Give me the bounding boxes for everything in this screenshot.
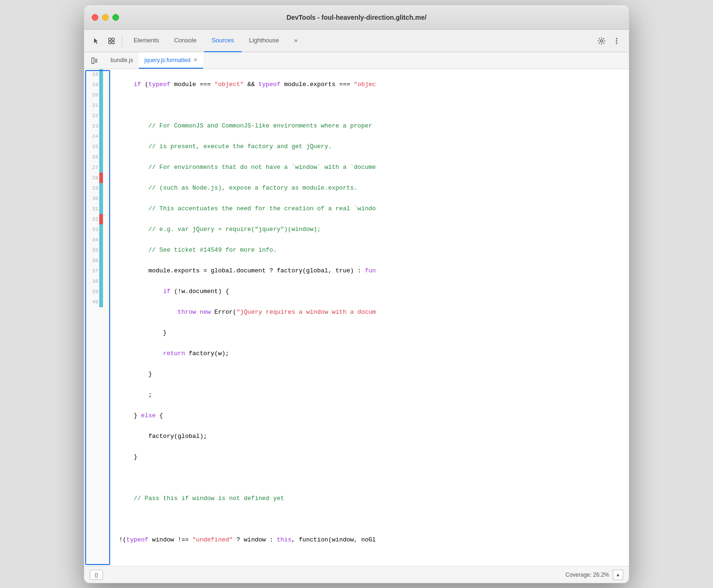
gutter-row-37: 37 <box>86 266 109 276</box>
bottom-right: Coverage: 26.2% ▲ <box>565 570 623 580</box>
toolbar-divider <box>122 35 122 47</box>
code-line-38: // Pass this if window is not defined ye… <box>119 493 621 504</box>
svg-point-4 <box>601 40 603 42</box>
gutter-row-32: 32 <box>86 214 109 224</box>
gutter-row-35: 35 <box>86 245 109 255</box>
traffic-lights <box>92 14 119 21</box>
code-line-22: // For environments that do not have a `… <box>119 162 621 173</box>
gutter-row-19: 19 <box>86 79 109 90</box>
tab-sources[interactable]: Sources <box>204 30 242 52</box>
svg-rect-3 <box>112 41 114 44</box>
file-panel-toggle[interactable] <box>88 52 101 69</box>
code-line-33: ; <box>119 390 621 400</box>
code-line-26: // See ticket #14549 for more info. <box>119 245 621 255</box>
code-line-20: // For CommonJS and CommonJS-like enviro… <box>119 121 621 131</box>
minimize-button[interactable] <box>102 14 109 21</box>
gutter-row-21: 21 <box>86 100 109 111</box>
gutter-row-24: 24 <box>86 131 109 142</box>
tab-more[interactable]: » <box>286 30 305 52</box>
cursor-icon[interactable] <box>90 34 103 48</box>
tab-bar: Elements Console Sources Lighthouse » <box>126 30 593 52</box>
format-button[interactable]: {} <box>90 570 103 580</box>
scroll-up-button[interactable]: ▲ <box>613 570 623 580</box>
code-line-30: } <box>119 328 621 338</box>
bottom-bar: {} Coverage: 26.2% ▲ <box>84 566 629 583</box>
code-line-18: if (typeof module === "object" && typeof… <box>119 79 621 90</box>
svg-rect-0 <box>109 38 111 40</box>
gutter-row-28: 28 <box>86 173 109 183</box>
code-line-19 <box>119 100 621 111</box>
gutter-row-23: 23 <box>86 121 109 131</box>
code-line-24: // This accentuates the need for the cre… <box>119 204 621 214</box>
gutter-row-31: 31 <box>86 204 109 214</box>
file-tab-jquery[interactable]: jquery.js:formatted ✕ <box>139 52 203 69</box>
bottom-left: {} <box>90 570 103 580</box>
toolbar-right <box>595 34 623 48</box>
window-title: DevTools - foul-heavenly-direction.glitc… <box>286 14 427 21</box>
code-line-25: // e.g. var jQuery = require("jquery")(w… <box>119 224 621 235</box>
code-line-27: module.exports = global.document ? facto… <box>119 266 621 276</box>
close-button[interactable] <box>92 14 98 21</box>
more-icon[interactable] <box>610 34 623 48</box>
tab-console[interactable]: Console <box>166 30 204 52</box>
svg-rect-8 <box>92 58 94 64</box>
settings-icon[interactable] <box>595 34 608 48</box>
code-line-35: factory(global); <box>119 431 621 442</box>
gutter-row-20: 20 <box>86 90 109 100</box>
devtools-window: DevTools - foul-heavenly-direction.glitc… <box>84 5 629 583</box>
maximize-button[interactable] <box>112 14 119 21</box>
code-line-28: if (!w.document) { <box>119 286 621 297</box>
titlebar: DevTools - foul-heavenly-direction.glitc… <box>84 5 629 30</box>
code-line-32: } <box>119 369 621 380</box>
tab-lighthouse[interactable]: Lighthouse <box>242 30 287 52</box>
gutter-row-29: 29 <box>86 183 109 193</box>
svg-point-7 <box>616 42 618 44</box>
code-line-37 <box>119 473 621 483</box>
gutter-row-33: 33 <box>86 224 109 235</box>
inspect-icon[interactable] <box>105 34 118 48</box>
file-tab-close[interactable]: ✕ <box>193 57 198 63</box>
gutter-row-22: 22 <box>86 111 109 121</box>
code-line-23: // (such as Node.js), expose a factory a… <box>119 183 621 193</box>
gutter-row-40: 40 <box>86 297 109 307</box>
svg-point-5 <box>616 38 618 39</box>
code-line-36: } <box>119 452 621 462</box>
toolbar: Elements Console Sources Lighthouse » <box>84 30 629 52</box>
svg-point-6 <box>616 40 618 41</box>
svg-rect-2 <box>109 41 111 44</box>
code-area: 18 19 20 21 <box>84 69 629 566</box>
gutter-row-25: 25 <box>86 142 109 152</box>
coverage-label: Coverage: 26.2% <box>565 572 609 578</box>
svg-rect-1 <box>112 38 114 40</box>
gutter-row-34: 34 <box>86 235 109 245</box>
file-tabs-bar: bundle.js jquery.js:formatted ✕ <box>84 52 629 69</box>
file-tab-bundle[interactable]: bundle.js <box>105 52 139 69</box>
code-line-40: !(typeof window !== "undefined" ? window… <box>119 535 621 545</box>
code-line-39 <box>119 514 621 524</box>
code-line-21: // is present, execute the factory and g… <box>119 142 621 152</box>
gutter-row-30: 30 <box>86 193 109 204</box>
gutter-row-26: 26 <box>86 152 109 162</box>
code-content[interactable]: if (typeof module === "object" && typeof… <box>111 69 629 566</box>
tab-elements[interactable]: Elements <box>126 30 166 52</box>
gutter-row-18: 18 <box>86 69 109 79</box>
gutter-row-38: 38 <box>86 276 109 286</box>
code-line-29: throw new Error("jQuery requires a windo… <box>119 307 621 318</box>
gutter-row-36: 36 <box>86 255 109 266</box>
code-line-34: } else { <box>119 411 621 421</box>
gutter-row-39: 39 <box>86 286 109 297</box>
gutter-row-27: 27 <box>86 162 109 173</box>
code-line-31: return factory(w); <box>119 349 621 359</box>
